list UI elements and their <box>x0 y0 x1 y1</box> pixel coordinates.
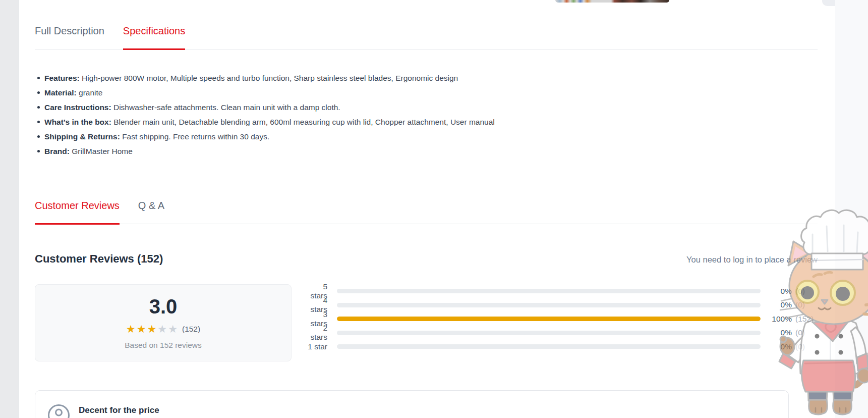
rating-bar-track <box>337 303 761 307</box>
tab-qa[interactable]: Q & A <box>138 200 164 225</box>
product-detail-content: Full Description Specifications Features… <box>19 0 835 418</box>
spec-text: Dishwasher-safe attachments. Clean main … <box>111 103 340 112</box>
rating-distribution: 5 stars 0% (0) 4 stars 0% (0) 3 stars 10… <box>304 284 818 361</box>
rating-bar-count: (0) <box>795 300 818 309</box>
reviews-tabs: Customer Reviews Q & A <box>35 200 818 224</box>
rating-bar-percent: 0% <box>768 287 792 296</box>
spec-text: granite <box>77 88 103 97</box>
rating-count: (152) <box>182 325 200 334</box>
rating-summary-row: 3.0 ★★★★★ (152) Based on 152 reviews 5 s… <box>35 284 818 361</box>
spec-text: Blender main unit, Detachable blending a… <box>111 118 495 126</box>
reviews-section-title: Customer Reviews (152) <box>35 252 163 266</box>
spec-item-box-contents: What's in the box: Blender main unit, De… <box>35 115 818 129</box>
tab-full-description[interactable]: Full Description <box>35 25 104 50</box>
spec-label: Material: <box>44 88 77 97</box>
rating-bar-count: (152) <box>795 315 818 324</box>
spec-label: Brand: <box>44 147 70 155</box>
spec-item-brand: Brand: GrillMaster Home <box>35 144 818 159</box>
rating-bar-track <box>337 344 761 349</box>
average-rating-stars: ★★★★★ (152) <box>126 323 200 335</box>
rating-bar-count: (0) <box>795 342 818 351</box>
review-title: Decent for the price <box>79 404 159 415</box>
rating-bar-row-1: 1 star 0% (0) <box>304 340 818 354</box>
tab-specifications[interactable]: Specifications <box>123 25 185 50</box>
based-on-reviews-text: Based on 152 reviews <box>125 341 202 350</box>
rating-bar-count: (0) <box>795 287 818 296</box>
sidebar-panel-bottom-edge <box>822 0 835 6</box>
rating-bar-label: 2 stars <box>304 324 327 342</box>
rating-summary-box: 3.0 ★★★★★ (152) Based on 152 reviews <box>35 284 292 361</box>
spec-item-features: Features: High-power 800W motor, Multipl… <box>35 71 818 85</box>
rating-bar-row-3: 3 stars 100% (152) <box>304 312 818 326</box>
description-tabs: Full Description Specifications <box>35 0 818 49</box>
rating-bar-track <box>337 317 761 321</box>
spec-label: Care Instructions: <box>44 103 111 112</box>
rating-bar-track <box>337 289 761 293</box>
rating-bar-percent: 100% <box>768 315 792 324</box>
rating-bar-row-4: 4 stars 0% (0) <box>304 298 818 312</box>
rating-bar-track <box>337 331 761 335</box>
star-rating-icons: ★★★★★ <box>126 323 179 335</box>
rating-bar-percent: 0% <box>768 300 792 309</box>
spec-text: GrillMaster Home <box>70 147 133 155</box>
tab-customer-reviews[interactable]: Customer Reviews <box>35 200 120 225</box>
spec-label: Shipping & Returns: <box>44 132 120 141</box>
spec-text: Fast shipping. Free returns within 30 da… <box>120 132 269 141</box>
reviews-header: Customer Reviews (152) You need to log i… <box>35 252 818 266</box>
rating-bar-percent: 0% <box>768 328 792 337</box>
spec-text: High-power 800W motor, Multiple speeds a… <box>80 74 458 82</box>
specifications-list: Features: High-power 800W motor, Multipl… <box>35 71 818 159</box>
product-detail-card: Full Description Specifications Features… <box>18 0 835 418</box>
page-left-gutter <box>0 0 18 418</box>
rating-bar-row-2: 2 stars 0% (0) <box>304 326 818 340</box>
spec-item-material: Material: granite <box>35 85 818 100</box>
review-card: Decent for the price ★★★★★ <box>35 390 789 418</box>
spec-item-care: Care Instructions: Dishwasher-safe attac… <box>35 100 818 115</box>
rating-bar-count: (0) <box>795 328 818 337</box>
spec-item-shipping: Shipping & Returns: Fast shipping. Free … <box>35 129 818 144</box>
rating-bar-fill <box>337 317 761 321</box>
review-body: Decent for the price ★★★★★ <box>79 404 159 418</box>
rating-bar-percent: 0% <box>768 342 792 351</box>
spec-label: Features: <box>44 74 80 82</box>
rating-bar-label: 1 star <box>304 342 327 351</box>
login-to-review-notice: You need to log in to place a review <box>686 255 818 265</box>
rating-bar-row-5: 5 stars 0% (0) <box>304 284 818 298</box>
reviewer-avatar-icon <box>47 404 70 418</box>
spec-label: What's in the box: <box>44 118 111 126</box>
average-rating-value: 3.0 <box>149 296 178 317</box>
